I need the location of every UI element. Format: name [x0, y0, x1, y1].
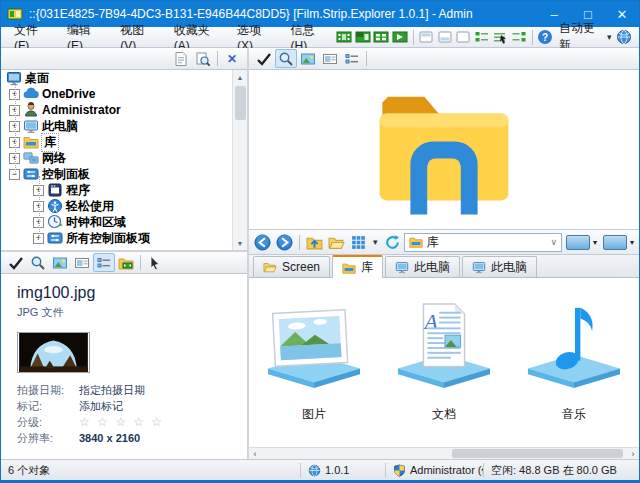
film-folder-icon[interactable] [354, 28, 372, 46]
slide-view-icon[interactable] [71, 253, 93, 272]
list-view-icon[interactable] [341, 49, 363, 68]
back-button[interactable] [252, 232, 273, 253]
pointer-icon[interactable] [144, 253, 166, 272]
tree-item-clock-region[interactable]: + 时钟和区域 [1, 214, 247, 230]
check-icon[interactable] [253, 49, 275, 68]
toolbar-separator [217, 51, 218, 66]
pane-top-icon[interactable] [417, 28, 435, 46]
forward-button[interactable] [274, 232, 295, 253]
scroll-thumb[interactable] [452, 449, 624, 458]
menu-favorites[interactable]: 收藏夹 (A) [165, 27, 228, 47]
globe-icon [308, 464, 321, 477]
tree-item-control-panel[interactable]: − 控制面板 [1, 166, 247, 182]
library-item-music[interactable]: 音乐 [510, 300, 638, 423]
file-preview-pane: img100.jpg JPG 文件 拍摄日期: 指定拍摄日期 标记: 添加标记 … [1, 274, 247, 459]
meta-tags-value[interactable]: 添加标记 [79, 399, 123, 414]
library-item-documents[interactable]: 文档 [380, 300, 508, 423]
tree-item-libraries[interactable]: + 库 [1, 134, 247, 150]
layout-list-left-icon[interactable] [473, 28, 491, 46]
folder-film-icon[interactable] [115, 253, 137, 272]
address-combobox[interactable]: 库 ∨ [404, 233, 562, 252]
tab-screen[interactable]: Screen [253, 256, 330, 277]
magnifier-icon[interactable] [27, 253, 49, 272]
tree-item-programs[interactable]: + 程序 [1, 182, 247, 198]
meta-date-value[interactable]: 指定拍摄日期 [79, 383, 145, 398]
magnifier-icon[interactable] [275, 49, 297, 68]
tree-item-administrator[interactable]: + Administrator [1, 102, 247, 118]
help-icon[interactable] [536, 28, 554, 46]
preview-thumbnail[interactable] [17, 332, 90, 373]
tree-item-desktop[interactable]: 桌面 [1, 70, 247, 86]
check-icon[interactable] [5, 253, 27, 272]
tree-item-network[interactable]: + 网络 [1, 150, 247, 166]
app-icon [7, 6, 23, 22]
tree-item-this-pc[interactable]: + 此电脑 [1, 118, 247, 134]
search-tree-icon[interactable] [192, 49, 214, 68]
viewer-toolbar [249, 48, 639, 70]
scroll-left-icon[interactable]: ‹ [249, 449, 261, 459]
film-grid-icon[interactable] [373, 28, 391, 46]
menu-file[interactable]: 文件 (F) [5, 27, 58, 47]
up-folder-button[interactable] [304, 232, 325, 253]
menu-view[interactable]: 视图 (V) [111, 27, 164, 47]
layout-list-right-icon[interactable] [510, 28, 528, 46]
music-library-icon [523, 300, 625, 390]
globe-icon[interactable] [616, 28, 634, 46]
close-panel-icon[interactable]: ✕ [221, 49, 243, 68]
menu-info[interactable]: 信息 (H) [282, 27, 336, 47]
tree-item-ease-of-access[interactable]: + 轻松使用 [1, 198, 247, 214]
main-area: ✕ 桌面 + OneDrive + Administrator [1, 48, 639, 459]
scroll-thumb[interactable] [235, 86, 246, 120]
desktop-icon [6, 70, 22, 86]
scroll-right-icon[interactable]: › [627, 449, 639, 459]
address-dropdown-icon[interactable]: ∨ [550, 237, 557, 247]
library-item-pictures[interactable]: 图片 [250, 300, 378, 423]
list-view-icon[interactable] [93, 253, 115, 272]
meta-row-tags: 标记: 添加标记 [17, 398, 239, 414]
address-path: 库 [427, 234, 439, 251]
thumbnail-view-icon[interactable] [336, 28, 354, 46]
rating-stars[interactable]: ☆ ☆ ☆ ☆ ☆ [79, 415, 164, 429]
folder-icon [263, 260, 277, 274]
explorer-folder-icon [360, 80, 528, 220]
new-document-icon[interactable] [170, 49, 192, 68]
left-panel: ✕ 桌面 + OneDrive + Administrator [1, 48, 249, 459]
tab-libraries[interactable]: 库 [332, 255, 383, 278]
horizontal-scrollbar[interactable]: ‹ › [249, 447, 639, 459]
toolbar-separator [366, 51, 367, 66]
picker-caret-icon[interactable]: ▾ [628, 238, 636, 247]
tree-scrollbar[interactable]: ▲ ▼ [232, 70, 247, 250]
slideshow-icon[interactable] [391, 28, 409, 46]
ease-of-access-icon [47, 198, 63, 214]
computer-icon [395, 260, 409, 274]
image-view-icon[interactable] [297, 49, 319, 68]
refresh-button[interactable] [382, 232, 403, 253]
status-bar: 6 个对象 1.0.1 Administrator (便携版 库 空闲: 48.… [1, 459, 639, 480]
scroll-up-icon[interactable]: ▲ [233, 70, 247, 84]
pane-single-icon[interactable] [454, 28, 472, 46]
background-picker-1[interactable] [566, 235, 590, 250]
menu-options[interactable]: 选项 (X) [228, 27, 281, 47]
window-title: ::{031E4825-7B94-4DC3-B131-E946B44C8DD5}… [29, 7, 473, 21]
image-view-icon[interactable] [49, 253, 71, 272]
preview-filename: img100.jpg [17, 284, 239, 302]
slide-view-icon[interactable] [319, 49, 341, 68]
view-grid-button[interactable] [348, 232, 369, 253]
menu-edit[interactable]: 编辑 (E) [58, 27, 111, 47]
tab-this-pc-1[interactable]: 此电脑 [385, 256, 460, 277]
pane-bottom-icon[interactable] [436, 28, 454, 46]
tree-item-onedrive[interactable]: + OneDrive [1, 86, 247, 102]
open-folder-button[interactable] [326, 232, 347, 253]
clock-icon [47, 214, 63, 230]
view-grid-caret-icon[interactable]: ▾ [370, 237, 381, 247]
tab-this-pc-2[interactable]: 此电脑 [462, 256, 537, 277]
picker-caret-icon[interactable]: ▾ [591, 238, 599, 247]
layout-cursor-icon[interactable] [492, 28, 510, 46]
programs-icon [47, 182, 63, 198]
status-user-location: Administrator (便携版 库 [386, 463, 484, 478]
auto-update-caret-icon[interactable]: ▾ [604, 32, 615, 42]
meta-row-date: 拍摄日期: 指定拍摄日期 [17, 382, 239, 398]
tree-item-all-control-panel-items[interactable]: + 所有控制面板项 [1, 230, 247, 246]
scroll-down-icon[interactable]: ▼ [233, 236, 247, 250]
background-picker-2[interactable] [603, 235, 627, 250]
